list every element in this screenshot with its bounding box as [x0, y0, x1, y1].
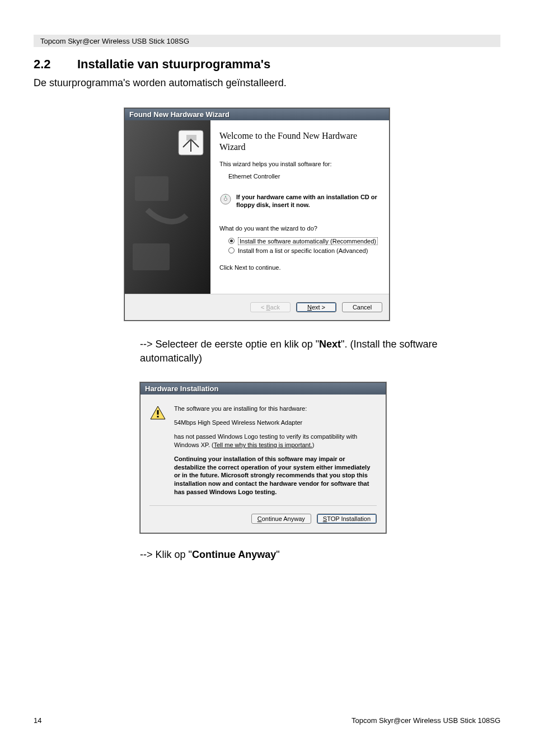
page-header-bar: Topcom Skyr@cer Wireless USB Stick 108SG: [34, 35, 500, 47]
hw-title-bar: Hardware Installation: [140, 383, 386, 395]
wizard-heading: Welcome to the Found New Hardware Wizard: [219, 130, 379, 153]
hw-warning: Continuing your installation of this sof…: [174, 455, 377, 496]
instruction-2: --> Klik op "Continue Anyway": [140, 549, 500, 561]
instr2-bold: Continue Anyway: [192, 549, 276, 560]
header-product: Topcom Skyr@cer Wireless USB Stick 108SG: [40, 37, 189, 45]
page-footer: 14 Topcom Skyr@cer Wireless USB Stick 10…: [34, 716, 500, 725]
instr1-bold: Next: [319, 339, 341, 350]
continue-anyway-label: Continue Anyway: [257, 515, 305, 522]
radio-opt1-label: Install the software automatically (Reco…: [238, 237, 378, 245]
back-button: < Back: [250, 302, 291, 312]
page-number: 14: [34, 716, 41, 725]
warning-icon: [149, 405, 166, 502]
back-button-label: < Back: [261, 304, 280, 311]
next-button[interactable]: Next >: [296, 302, 336, 312]
hw-line2: 54Mbps High Speed Wireless Network Adapt…: [174, 419, 377, 427]
hw-line3b: ): [312, 442, 315, 448]
svg-rect-9: [157, 410, 159, 415]
found-new-hardware-wizard-dialog: Found New Hardware Wizard: [124, 108, 390, 321]
wizard-title-bar: Found New Hardware Wizard: [125, 109, 389, 120]
svg-point-8: [225, 196, 226, 197]
section-number: 2.2: [34, 57, 77, 72]
wizard-device-name: Ethernet Controller: [228, 173, 379, 180]
svg-point-7: [224, 198, 227, 201]
hw-button-row: Continue Anyway STOP Installation: [140, 506, 386, 533]
cd-icon: [219, 193, 232, 206]
hw-line3-link[interactable]: Tell me why this testing is important.: [214, 442, 312, 448]
radio-install-auto[interactable]: Install the software automatically (Reco…: [228, 237, 379, 245]
instr2-suffix: ": [276, 549, 279, 560]
hw-line3: has not passed Windows Logo testing to v…: [174, 433, 377, 449]
stop-installation-button[interactable]: STOP Installation: [317, 514, 377, 524]
radio-selected-icon: [228, 238, 235, 244]
wizard-footer: < Back Next > Cancel: [125, 294, 389, 320]
instruction-1: --> Selecteer de eerste optie en klik op…: [140, 337, 478, 365]
intro-text: De stuurprogramma's worden automatisch g…: [34, 77, 500, 89]
hw-text-column: The software you are installing for this…: [174, 405, 377, 502]
continue-anyway-button[interactable]: Continue Anyway: [251, 514, 311, 524]
wizard-body: Welcome to the Found New Hardware Wizard…: [125, 120, 389, 294]
section-heading: 2.2 Installatie van stuurprogramma's: [34, 57, 500, 72]
hw-line1: The software you are installing for this…: [174, 405, 377, 413]
hardware-installation-dialog: Hardware Installation The software you a…: [140, 382, 386, 533]
instr2-prefix: --> Klik op ": [140, 549, 192, 560]
svg-rect-5: [133, 243, 170, 270]
wizard-cd-notice: If your hardware came with an installati…: [236, 193, 379, 209]
stop-installation-label: STOP Installation: [323, 515, 371, 522]
wizard-click-next: Click Next to continue.: [219, 264, 379, 271]
wizard-question: What do you want the wizard to do?: [219, 225, 379, 232]
wizard-side-graphic: [125, 120, 210, 294]
svg-rect-4: [135, 176, 168, 201]
wizard-cd-row: If your hardware came with an installati…: [219, 193, 379, 209]
instr1-prefix: --> Selecteer de eerste optie en klik op…: [140, 339, 319, 350]
svg-rect-3: [186, 135, 196, 140]
wizard-main: Welcome to the Found New Hardware Wizard…: [210, 120, 389, 294]
radio-unselected-icon: [228, 247, 235, 253]
footer-product: Topcom Skyr@cer Wireless USB Stick 108SG: [352, 716, 500, 725]
radio-install-specific[interactable]: Install from a list or specific location…: [228, 247, 379, 254]
hw-body: The software you are installing for this…: [140, 395, 386, 505]
section-title: Installatie van stuurprogramma's: [77, 57, 270, 72]
next-button-label: Next >: [307, 304, 325, 311]
wizard-helps-text: This wizard helps you install software f…: [219, 161, 379, 167]
radio-opt2-label: Install from a list or specific location…: [238, 247, 368, 254]
svg-rect-10: [157, 416, 159, 417]
cancel-button[interactable]: Cancel: [342, 302, 382, 312]
